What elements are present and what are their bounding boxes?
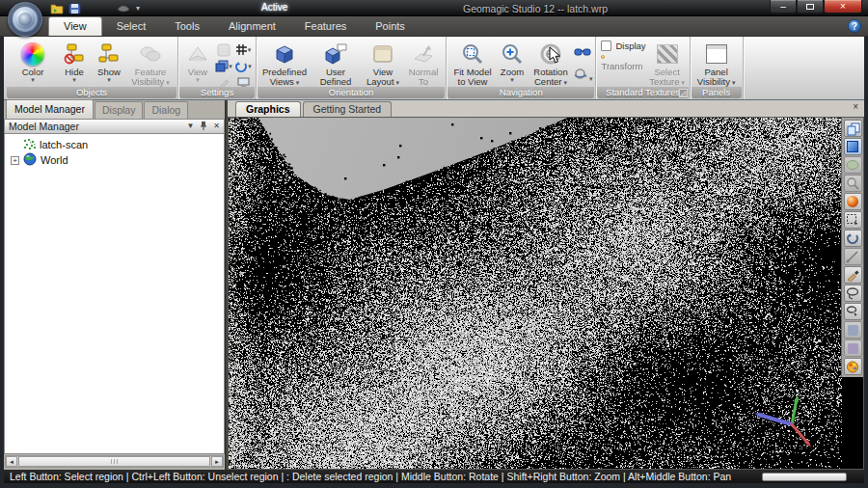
- tree-item-world[interactable]: World: [5, 152, 224, 168]
- tab-tools[interactable]: Tools: [160, 17, 214, 36]
- transform-label: Transform: [601, 61, 642, 71]
- scroll-left-icon[interactable]: ◄: [6, 456, 17, 467]
- view-pyramid-icon: [186, 41, 209, 67]
- progress-bar: [762, 473, 847, 481]
- hide-button[interactable]: Hide: [57, 39, 92, 83]
- lasso-select-icon[interactable]: [844, 285, 862, 302]
- fit-view-magnifier-icon: [461, 41, 484, 67]
- qat-overflow-icon[interactable]: ▾: [136, 5, 140, 13]
- ellipse-select-icon[interactable]: [844, 156, 862, 174]
- predefined-views-button[interactable]: Predefined Views: [259, 39, 310, 88]
- status-bar: Left Button: Select region | Ctrl+Left B…: [4, 470, 864, 483]
- save-icon[interactable]: [68, 3, 81, 14]
- spin-view-icon[interactable]: [234, 60, 252, 73]
- tab-alignment[interactable]: Alignment: [214, 17, 290, 36]
- active-indicator: Active: [254, 2, 295, 13]
- texture-palette-icon[interactable]: [844, 358, 862, 375]
- selection-tool-disabled-a-icon[interactable]: [844, 321, 862, 339]
- open-icon[interactable]: [50, 3, 64, 14]
- brush-select-icon[interactable]: [844, 266, 862, 284]
- grid-toggle-icon[interactable]: [235, 43, 252, 56]
- rotate-view-icon[interactable]: [844, 230, 862, 247]
- copy-view-icon[interactable]: [844, 120, 862, 137]
- texture-sphere-1-button[interactable]: [601, 55, 605, 59]
- application-menu-button[interactable]: [8, 2, 42, 37]
- tree-horizontal-scrollbar[interactable]: ◄ ►: [5, 455, 224, 468]
- maximize-button[interactable]: [797, 0, 824, 14]
- standard-textures-dialog-launcher[interactable]: [679, 89, 688, 97]
- app-window: ▾ Active Geomagic Studio 12 -- latch.wrp…: [0, 0, 868, 488]
- quick-access-toolbar: ▾: [50, 1, 140, 15]
- customize-icon[interactable]: [116, 4, 131, 14]
- window-controls: – ×: [770, 0, 862, 14]
- show-button[interactable]: Show: [92, 39, 126, 83]
- fit-model-to-view-button[interactable]: Fit Model to View: [449, 39, 496, 87]
- feature-visibility-button[interactable]: Feature Visibility: [126, 39, 175, 88]
- help-icon[interactable]: [848, 19, 861, 33]
- texture-stripes-icon: [657, 41, 678, 67]
- color-button[interactable]: Color: [9, 39, 57, 83]
- window-title: Geomagic Studio 12 -- latch.wrp: [318, 3, 752, 14]
- tab-model-manager[interactable]: Model Manager: [6, 99, 94, 119]
- panel-close-icon[interactable]: ✕: [213, 122, 220, 130]
- marquee-select-icon[interactable]: [844, 211, 862, 229]
- normal-to-button[interactable]: Normal To: [404, 39, 443, 87]
- ribbon: Color Hide Show Feature Visibility Objec…: [4, 37, 864, 100]
- tab-dialog[interactable]: Dialog: [144, 101, 188, 119]
- panel-menu-icon[interactable]: ▼: [186, 122, 194, 130]
- flat-shade-icon[interactable]: [217, 43, 231, 57]
- zoom-region-icon[interactable]: [844, 175, 862, 192]
- group-label-orientation: Orientation: [258, 87, 445, 98]
- rectangle-select-icon[interactable]: [844, 138, 862, 155]
- group-objects: Color Hide Show Feature Visibility Objec…: [6, 37, 178, 99]
- point-cloud-canvas[interactable]: [229, 118, 842, 469]
- orbit-mode-icon[interactable]: [573, 67, 592, 85]
- group-standard-textures: Display Transform Select Texture Standar…: [596, 37, 690, 99]
- pin-icon[interactable]: [200, 121, 207, 132]
- ribbon-tab-row: View Select Tools Alignment Features Poi…: [0, 16, 868, 37]
- view-layout-button[interactable]: View Layout: [362, 39, 404, 88]
- graphics-viewport[interactable]: [228, 117, 864, 470]
- tree-item-latch-scan[interactable]: latch-scan: [5, 137, 224, 152]
- title-bar: ▾ Active Geomagic Studio 12 -- latch.wrp…: [0, 0, 868, 16]
- tab-select[interactable]: Select: [102, 17, 161, 36]
- zoom-button[interactable]: Zoom: [496, 39, 529, 83]
- model-manager-header: Model Manager ▼ ✕: [4, 119, 225, 134]
- viewport-tab-close-icon[interactable]: [853, 102, 858, 112]
- scroll-right-icon[interactable]: ►: [211, 456, 223, 467]
- texture-sphere-2-button[interactable]: [608, 55, 611, 59]
- close-button[interactable]: ×: [824, 0, 862, 14]
- left-panel-tabs: Model Manager Display Dialog: [4, 100, 225, 119]
- panel-visibility-button[interactable]: Panel Visibility: [693, 39, 740, 88]
- model-tree: latch-scan World: [4, 134, 225, 454]
- selection-tool-disabled-b-icon[interactable]: [844, 339, 862, 357]
- tab-view[interactable]: View: [48, 16, 102, 36]
- expander-icon[interactable]: [11, 156, 19, 165]
- tab-points[interactable]: Points: [361, 17, 420, 36]
- viewport-tabs: Graphics Getting Started: [228, 100, 864, 117]
- line-select-icon[interactable]: [844, 248, 862, 265]
- mouse-cursor: [549, 46, 561, 68]
- scrollbar-thumb[interactable]: [18, 456, 210, 467]
- group-label-objects: Objects: [7, 87, 176, 98]
- view-settings-button[interactable]: View: [181, 39, 214, 83]
- geomagic-logo-icon: [18, 13, 32, 26]
- display-checkbox[interactable]: [601, 41, 611, 51]
- sphere-select-icon[interactable]: [844, 193, 862, 210]
- minimize-button[interactable]: –: [770, 0, 797, 14]
- group-orientation: Predefined Views User Defined Views View…: [257, 37, 447, 99]
- group-label-navigation: Navigation: [448, 87, 594, 98]
- select-texture-button[interactable]: Select Texture: [648, 39, 687, 88]
- globe-icon: [23, 152, 37, 168]
- display-label: Display: [615, 41, 645, 51]
- view-layout-icon: [371, 41, 394, 67]
- tab-graphics[interactable]: Graphics: [235, 101, 301, 117]
- tab-features[interactable]: Features: [290, 17, 361, 36]
- shading-mode-icon[interactable]: [215, 60, 232, 72]
- tab-display[interactable]: Display: [95, 101, 143, 119]
- tab-getting-started[interactable]: Getting Started: [303, 101, 393, 117]
- mouse-hints: Left Button: Select region | Ctrl+Left B…: [10, 471, 731, 482]
- group-navigation: Fit Model to View Zoom Rotation Center N…: [447, 37, 596, 99]
- stereo-glasses-icon[interactable]: [574, 43, 591, 61]
- lasso-cursor-icon[interactable]: [844, 303, 862, 320]
